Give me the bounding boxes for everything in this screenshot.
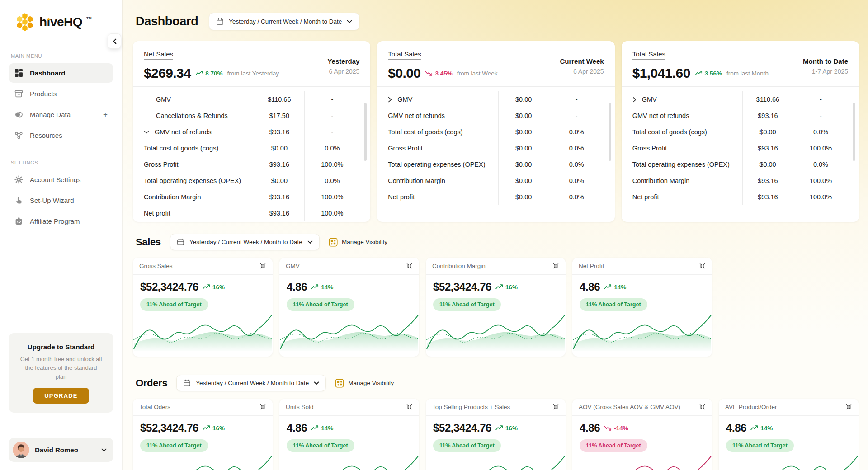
row-value: $17.50 xyxy=(254,108,304,124)
card-resize-icon[interactable] xyxy=(406,263,413,269)
trend-up-icon xyxy=(495,425,503,431)
manage-visibility-label: Manage Visibility xyxy=(348,380,394,386)
manage-data-add-button[interactable]: + xyxy=(103,111,108,118)
metric-card: Top Selling Products + Sales$52,3424.761… xyxy=(426,399,566,470)
metric-card-header: Net Profit xyxy=(572,258,712,275)
kpi-card-title: Total Sales xyxy=(632,50,665,60)
hive-honeycomb-icon xyxy=(14,12,35,33)
sidebar-item-products[interactable]: Products xyxy=(9,84,113,103)
trend-compare-label: from last Week xyxy=(457,70,498,77)
user-profile-menu[interactable]: David Romeo xyxy=(9,438,113,462)
table-row: GMV net of refunds$0.00- xyxy=(388,108,604,124)
row-label: GMV net of refunds xyxy=(388,108,498,124)
table-row[interactable]: GMV$110.66- xyxy=(632,91,848,108)
sidebar-item-manage-data[interactable]: Manage Data + xyxy=(9,105,113,124)
metric-value-row: $52,3424.7616% xyxy=(140,281,265,293)
card-resize-icon[interactable] xyxy=(406,404,413,410)
target-badge: 11% Ahead of Target xyxy=(580,439,647,452)
row-value: $0.00 xyxy=(498,173,549,189)
trend-indicator: 14% xyxy=(311,284,333,291)
kpi-period-block: Yesterday6 Apr 2025 xyxy=(327,50,359,81)
table-row[interactable]: GMV net of refunds$93.16- xyxy=(144,124,359,140)
row-label: GMV net of refunds xyxy=(144,124,254,140)
table-row: Gross Profit$93.16100.0% xyxy=(144,156,359,173)
date-filter-label: Yesterday / Current Week / Month to Date xyxy=(196,380,309,386)
row-value: $0.00 xyxy=(498,156,549,173)
metric-value: $52,3424.76 xyxy=(433,281,491,293)
sidebar-item-label: Affiliate Program xyxy=(30,217,80,225)
metric-card: Gross Sales$52,3424.7616%11% Ahead of Ta… xyxy=(133,258,273,357)
manage-visibility-label: Manage Visibility xyxy=(342,239,387,245)
metric-card-header: Total Oders xyxy=(133,399,273,416)
sales-date-filter[interactable]: Yesterday / Current Week / Month to Date xyxy=(170,234,320,250)
chevron-down-icon[interactable] xyxy=(144,130,149,134)
metric-card-body: $52,3424.7616%11% Ahead of Target xyxy=(426,275,566,352)
table-row: Gross Profit$93.16100.0% xyxy=(632,140,848,156)
kpi-card-header: Total Sales$1,041.603.56%from last Month… xyxy=(622,41,859,86)
orders-manage-visibility-button[interactable]: Manage Visibility xyxy=(335,379,394,388)
metric-card: Units Sold4.8614%11% Ahead of Target xyxy=(279,399,419,470)
grid-visibility-icon xyxy=(335,379,344,388)
metric-card-header: AOV (Gross Sales AOV & GMV AOV) xyxy=(572,399,712,416)
kpi-value-row: $269.348.70%from last Yesterday xyxy=(144,66,279,81)
chevron-right-icon[interactable] xyxy=(632,97,637,103)
table-row[interactable]: GMV$0.00- xyxy=(388,91,604,108)
target-badge: 11% Ahead of Target xyxy=(140,439,208,452)
kpi-breakdown-table: GMV$110.66-Cancellations & Refunds$17.50… xyxy=(133,87,370,221)
upgrade-button[interactable]: UPGRADE xyxy=(33,388,89,404)
metric-card-title: Gross Sales xyxy=(139,263,173,269)
table-scrollbar[interactable] xyxy=(364,103,367,161)
trend-percent: 16% xyxy=(505,425,518,432)
metric-card-title: Total Oders xyxy=(139,404,170,410)
dashboard-date-filter[interactable]: Yesterday / Current Week / Month to Date xyxy=(209,13,359,30)
trend-up-icon xyxy=(604,284,612,290)
orders-date-filter[interactable]: Yesterday / Current Week / Month to Date xyxy=(176,375,326,391)
row-label: Total cost of goods (cogs) xyxy=(388,124,498,140)
kpi-card-header: Total Sales$0.003.45%from last WeekCurre… xyxy=(377,41,614,86)
kpi-card-left: Total Sales$1,041.603.56%from last Month xyxy=(632,50,769,81)
row-percent: - xyxy=(549,108,604,124)
card-resize-icon[interactable] xyxy=(259,404,266,410)
table-row: Net profit$0.000.0% xyxy=(388,189,604,205)
card-resize-icon[interactable] xyxy=(259,263,266,269)
sidebar-item-setup-wizard[interactable]: Set-Up Wizard xyxy=(9,191,113,210)
trend-indicator: 14% xyxy=(311,425,333,432)
card-resize-icon[interactable] xyxy=(699,263,706,269)
row-label: Contribution Margin xyxy=(144,189,254,205)
row-label: Gross Profit xyxy=(144,156,254,173)
trend-indicator: 14% xyxy=(604,284,626,291)
metric-card-body: $52,3424.7616%11% Ahead of Target xyxy=(426,416,566,470)
row-label: Cancellations & Refunds xyxy=(144,108,254,124)
target-badge: 11% Ahead of Target xyxy=(287,298,354,311)
table-scrollbar[interactable] xyxy=(609,103,611,161)
row-percent: 0.0% xyxy=(304,140,359,156)
target-badge: 11% Ahead of Target xyxy=(726,439,794,452)
trend-up-icon xyxy=(195,70,203,76)
metric-value: $52,3424.76 xyxy=(140,281,198,293)
card-resize-icon[interactable] xyxy=(845,404,852,410)
metric-card-body: 4.86-14%11% Ahead of Target xyxy=(572,416,712,470)
card-resize-icon[interactable] xyxy=(552,404,559,410)
metric-card-title: Units Sold xyxy=(286,404,314,410)
table-scrollbar[interactable] xyxy=(853,103,855,161)
table-row: GMV$110.66- xyxy=(144,91,359,108)
sidebar-item-affiliate-program[interactable]: Affiliate Program xyxy=(9,212,113,231)
upgrade-description: Get 1 month free and unlock all the feat… xyxy=(20,355,102,381)
chevron-left-icon xyxy=(113,38,117,44)
row-label: Contribution Margin xyxy=(388,173,498,189)
sidebar-collapse-button[interactable] xyxy=(108,33,121,49)
trend-up-icon xyxy=(695,70,703,76)
sparkline-chart xyxy=(279,312,419,352)
card-resize-icon[interactable] xyxy=(552,263,559,269)
sparkline-chart xyxy=(572,312,712,352)
page-title: Dashboard xyxy=(136,14,198,28)
metric-card-body: $52,3424.7616%11% Ahead of Target xyxy=(133,275,273,352)
sidebar-item-account-settings[interactable]: Account Settings xyxy=(9,170,113,189)
period-label: Current Week xyxy=(560,57,604,65)
gear-icon xyxy=(14,175,23,184)
sidebar-item-dashboard[interactable]: Dashboard xyxy=(9,63,113,83)
sales-manage-visibility-button[interactable]: Manage Visibility xyxy=(329,238,387,247)
sidebar-item-resources[interactable]: Resources xyxy=(9,126,113,145)
card-resize-icon[interactable] xyxy=(699,404,706,410)
chevron-right-icon[interactable] xyxy=(388,97,392,103)
